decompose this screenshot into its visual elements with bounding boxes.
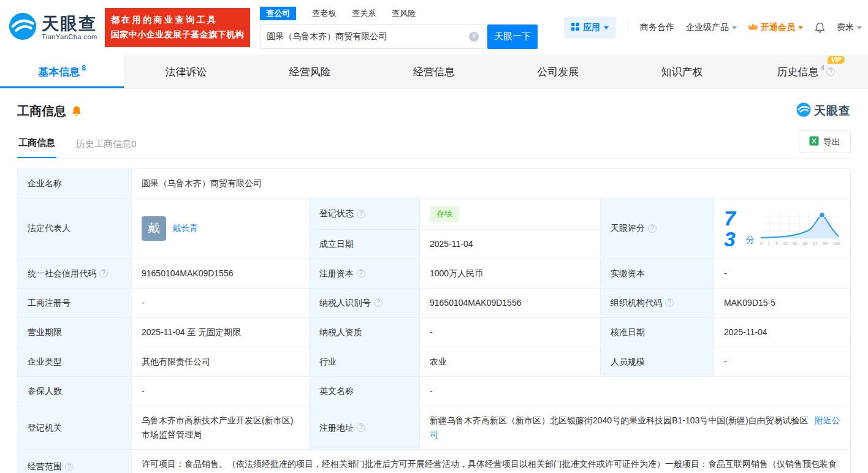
- tab-ip-label: 知识产权: [661, 65, 703, 79]
- score-widget[interactable]: 73 分: [724, 208, 840, 249]
- tab-legal-label: 法律诉讼: [165, 65, 207, 79]
- tab-operation-info[interactable]: 经营信息: [372, 55, 496, 88]
- help-icon[interactable]: [826, 67, 835, 76]
- reg-status-label: 登记状态: [319, 206, 354, 221]
- tab-company-development[interactable]: 公司发展: [496, 55, 620, 88]
- caret-down-icon: [857, 26, 862, 29]
- subtab-business-info[interactable]: 工商信息: [17, 134, 56, 158]
- reg-capital-label-cell: 注册资本: [310, 259, 420, 288]
- business-scope-value: 许可项目：食品销售。（依法须经批准的项目，经相关部门批准后方可开展经营活动，具体…: [132, 450, 851, 473]
- notification-bell-icon[interactable]: [815, 22, 825, 33]
- reg-capital-label: 注册资本: [319, 267, 354, 281]
- enterprise-products-link[interactable]: 企业级产品: [686, 22, 737, 33]
- tianyancha-watermark: 天眼查: [796, 102, 851, 119]
- legal-rep-link[interactable]: 戴长青: [172, 221, 198, 235]
- legal-rep-cell: 戴 戴长青: [132, 199, 310, 259]
- tab-operation-risk[interactable]: 经营风险: [248, 55, 372, 88]
- paid-capital-label: 实缴资本: [601, 259, 714, 288]
- tab-basic-info[interactable]: 基本信息 8: [0, 55, 124, 88]
- header-right-nav: 应用 商务合作 企业级产品 开通会员 费米: [564, 17, 862, 39]
- search-tab-company[interactable]: 查公司: [260, 7, 296, 20]
- reg-capital-value: 1000万人民币: [420, 259, 601, 288]
- logo-brand: 天眼查: [42, 15, 97, 34]
- credit-code-label: 统一社会信用代码: [28, 267, 96, 281]
- table-row: 企业类型 其他有限责任公司 行业 农业 人员规模 -: [18, 347, 851, 376]
- search-area: 查公司 查老板 查关系 查风险 天眼一下: [260, 7, 538, 49]
- tab-basic-info-count: 8: [82, 64, 86, 72]
- subtab-history-business-info[interactable]: 历史工商信息0: [75, 135, 137, 158]
- org-code-label-cell: 组织机构代码: [601, 288, 714, 317]
- english-name-label: 英文名称: [310, 377, 420, 406]
- company-name-label: 企业名称: [18, 169, 132, 199]
- search-tab-risk[interactable]: 查风险: [392, 7, 416, 20]
- export-button[interactable]: 导出: [799, 131, 851, 153]
- table-row: 营业期限 2025-11-04 至 无固定期限 纳税人资质 - 核准日期 202…: [18, 317, 851, 347]
- help-icon[interactable]: [374, 298, 383, 307]
- legal-rep-label: 法定代表人: [18, 199, 132, 259]
- approval-date-value: 2025-11-04: [714, 317, 851, 347]
- section-title: 工商信息: [17, 103, 66, 119]
- score-cell: 73 分: [714, 199, 851, 259]
- reg-status-value-cell: 存续: [420, 199, 601, 229]
- taxpayer-qualification-value: -: [420, 317, 601, 347]
- help-icon[interactable]: [357, 210, 365, 218]
- logo-domain: TianYanCha.com: [42, 33, 97, 40]
- open-vip-link[interactable]: 开通会员: [748, 22, 803, 33]
- excel-icon: [809, 136, 819, 148]
- help-icon[interactable]: [357, 423, 365, 432]
- search-input[interactable]: [267, 32, 469, 42]
- clear-icon[interactable]: [469, 32, 479, 42]
- watermark-text: 天眼查: [814, 103, 851, 119]
- org-code-value: MAK09D15-5: [714, 288, 851, 317]
- reg-number-label: 工商注册号: [18, 288, 132, 317]
- table-row: 统一社会信用代码 91650104MAK09D1556 注册资本 1000万人民…: [18, 259, 851, 288]
- establish-date-value: 2025-11-04: [420, 229, 601, 259]
- help-icon[interactable]: [65, 463, 74, 471]
- subscribe-bell-icon[interactable]: [71, 105, 82, 116]
- business-term-value: 2025-11-04 至 无固定期限: [132, 317, 310, 347]
- tab-legal-proceedings[interactable]: 法律诉讼: [124, 55, 248, 88]
- approval-date-label: 核准日期: [601, 317, 714, 347]
- search-tab-boss[interactable]: 查老板: [312, 7, 336, 20]
- business-coop-link[interactable]: 商务合作: [640, 22, 674, 33]
- help-icon[interactable]: [99, 269, 108, 278]
- user-menu[interactable]: 费米: [837, 22, 862, 33]
- subtab-bar: 工商信息 历史工商信息0 导出: [17, 131, 851, 159]
- top-header: 天眼查 TianYanCha.com 都在用的商业查询工具 国家中小企业发展子基…: [0, 0, 868, 55]
- tianyancha-logo[interactable]: 天眼查 TianYanCha.com: [5, 12, 101, 43]
- industry-label: 行业: [310, 347, 420, 376]
- tab-history-label: 历史信息: [777, 65, 818, 79]
- open-vip-label: 开通会员: [761, 22, 795, 33]
- taxpayer-id-value: 91650104MAK09D1556: [420, 288, 601, 317]
- score-value: 73: [724, 208, 740, 249]
- search-tab-relation[interactable]: 查关系: [352, 7, 376, 20]
- main-content: 工商信息 天眼查 工商信息 历史工商信息0: [0, 102, 868, 473]
- table-row: 经营范围 许可项目：食品销售。（依法须经批准的项目，经相关部门批准后方可开展经营…: [18, 450, 851, 473]
- insured-count-label: 参保人数: [18, 377, 132, 406]
- table-row: 参保人数 - 英文名称 -: [18, 377, 851, 406]
- help-icon[interactable]: [357, 269, 365, 278]
- address-value: 新疆乌鲁木齐高新区（新市区）北区银藤街2040号的果业科技园B1-103号中国(…: [430, 415, 809, 425]
- help-icon[interactable]: [648, 224, 657, 233]
- address-label: 注册地址: [319, 421, 354, 435]
- company-type-label: 企业类型: [18, 347, 132, 376]
- table-row: 法定代表人 戴 戴长青 登记状态 存续: [18, 199, 851, 229]
- tab-operation-label: 经营信息: [413, 65, 455, 79]
- apps-menu[interactable]: 应用: [564, 17, 616, 39]
- reg-authority-label: 登记机关: [18, 406, 132, 450]
- tab-basic-info-label: 基本信息: [38, 65, 80, 79]
- search-button[interactable]: 天眼一下: [487, 25, 538, 49]
- legal-rep-avatar: 戴: [142, 216, 166, 241]
- tab-history-info[interactable]: 历史信息 4 VIP: [744, 55, 868, 88]
- help-icon[interactable]: [665, 298, 674, 307]
- address-label-cell: 注册地址: [310, 406, 420, 450]
- reg-authority-value: 乌鲁木齐市高新技术产业开发区(新市区)市场监督管理局: [132, 406, 310, 450]
- apps-label: 应用: [583, 22, 600, 33]
- slogan-banner: 都在用的商业查询工具 国家中小企业发展子基金旗下机构: [105, 8, 251, 47]
- establish-date-label: 成立日期: [310, 229, 420, 259]
- tab-history-count: 4: [820, 64, 824, 72]
- tab-intellectual-property[interactable]: 知识产权: [620, 55, 744, 88]
- business-scope-label: 经营范围: [28, 460, 62, 473]
- org-code-label: 组织机构代码: [611, 296, 662, 310]
- reg-number-value: -: [132, 288, 310, 317]
